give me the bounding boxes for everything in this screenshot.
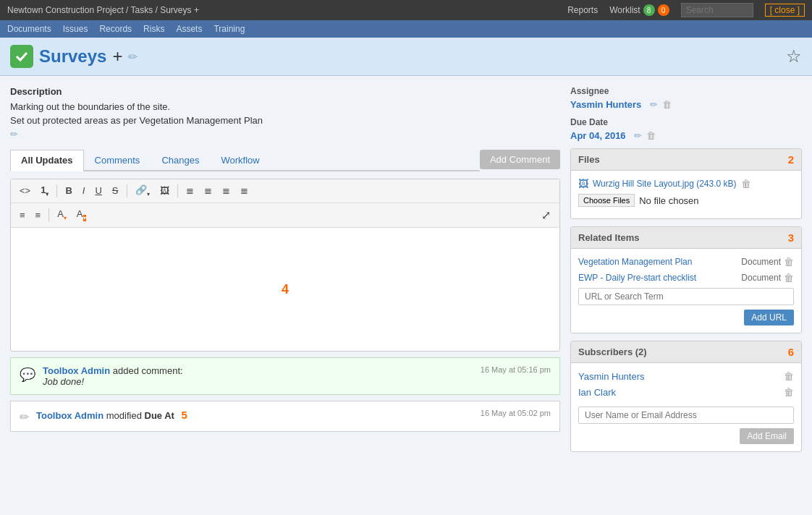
assignee-label: Assignee xyxy=(570,86,802,96)
assignee-delete-icon[interactable]: 🗑 xyxy=(662,99,672,110)
activity-time-2: 16 May at 05:02 pm xyxy=(481,409,551,417)
due-date-delete-icon[interactable]: 🗑 xyxy=(646,130,656,141)
description-section: Description Marking out the boundaries o… xyxy=(10,86,560,140)
related-panel-body: Vegetation Management Plan Document 🗑 EW… xyxy=(571,249,801,333)
tab-all-updates[interactable]: All Updates xyxy=(10,150,84,171)
assignee-actions: ✏ 🗑 xyxy=(650,99,672,110)
activity-comment-row: Toolbox Admin added comment: 16 May at 0… xyxy=(43,365,551,376)
close-button[interactable]: [ close ] xyxy=(765,4,805,17)
toolbar-sep-2 xyxy=(127,184,127,197)
add-url-button[interactable]: Add URL xyxy=(744,310,794,325)
toolbar-underline-btn[interactable]: U xyxy=(90,183,106,198)
left-panel: Description Marking out the boundaries o… xyxy=(10,86,560,459)
subscriber-link-2[interactable]: Ian Clark xyxy=(578,387,616,398)
related-link-2[interactable]: EWP - Daily Pre-start checklist xyxy=(578,273,696,283)
toolbar-align-right-btn[interactable]: ≣ xyxy=(218,183,234,198)
editor-area[interactable]: 4 xyxy=(11,228,559,351)
add-comment-button[interactable]: Add Comment xyxy=(480,150,560,169)
toolbar-ul-btn[interactable]: ≡ xyxy=(15,208,30,223)
description-edit-icon[interactable]: ✏ xyxy=(10,129,18,140)
files-label: Files xyxy=(578,154,600,165)
page-header: Surveys + ✏ ☆ xyxy=(0,38,812,76)
activity-user-2[interactable]: Toolbox Admin xyxy=(36,410,103,421)
editor-toolbar: <> 1▾ B I U S 🔗▾ 🖼 ≣ ≣ ≣ ≣ xyxy=(11,179,559,203)
subscribers-count: 6 xyxy=(788,346,794,358)
activity-user-1[interactable]: Toolbox Admin xyxy=(43,365,110,376)
check-icon xyxy=(10,45,33,68)
tab-changes[interactable]: Changes xyxy=(151,150,210,170)
toolbar-align-justify-btn[interactable]: ≣ xyxy=(236,183,253,198)
edit-title-pencil-icon[interactable]: ✏ xyxy=(128,50,138,64)
nav-issues[interactable]: Issues xyxy=(63,24,88,34)
related-count: 3 xyxy=(788,231,794,244)
toolbar-bgcolor-btn[interactable]: A▾ xyxy=(72,206,90,224)
due-date-edit-icon[interactable]: ✏ xyxy=(634,130,642,141)
related-link-1[interactable]: Vegetation Management Plan xyxy=(578,257,692,267)
toolbar-align-left-btn[interactable]: ≣ xyxy=(182,183,198,198)
toolbar-strikethrough-btn[interactable]: S xyxy=(108,183,123,198)
main-content: Description Marking out the boundaries o… xyxy=(0,76,812,469)
star-button[interactable]: ☆ xyxy=(786,46,802,67)
add-email-button[interactable]: Add Email xyxy=(740,428,794,444)
toolbar-expand-btn[interactable]: ⤢ xyxy=(537,206,555,224)
nav-assets[interactable]: Assets xyxy=(176,24,202,34)
toolbar-bold-btn[interactable]: B xyxy=(61,183,76,198)
editor-toolbar-2: ≡ ≡ A▾ A▾ ⤢ xyxy=(11,203,559,228)
tab-workflow[interactable]: Workflow xyxy=(210,150,270,170)
nav-risks[interactable]: Risks xyxy=(143,24,164,34)
due-date-value: Apr 04, 2016 xyxy=(570,130,626,141)
nav-training[interactable]: Training xyxy=(213,24,245,34)
activity-body-1: Job done! xyxy=(43,376,551,387)
subscribers-panel-body: Yasmin Hunters 🗑 Ian Clark 🗑 Add Email xyxy=(571,363,801,451)
due-date-actions: ✏ 🗑 xyxy=(634,130,656,141)
url-input[interactable] xyxy=(578,288,794,305)
related-type-label-1: Document xyxy=(741,257,781,267)
subscriber-delete-icon-1[interactable]: 🗑 xyxy=(784,370,794,382)
toolbar-link-btn[interactable]: 🔗▾ xyxy=(131,182,154,200)
activity-comment-content: Toolbox Admin added comment: 16 May at 0… xyxy=(43,365,551,387)
subscribers-panel: Subscribers (2) 6 Yasmin Hunters 🗑 Ian C… xyxy=(570,341,802,452)
related-panel-header: Related Items 3 xyxy=(571,227,801,249)
activity-item-comment: 💬 Toolbox Admin added comment: 16 May at… xyxy=(10,357,560,395)
file-delete-icon-1[interactable]: 🗑 xyxy=(741,178,751,190)
related-label: Related Items xyxy=(578,232,640,243)
toolbar-fontcolor-btn[interactable]: A▾ xyxy=(53,206,71,224)
nav-documents[interactable]: Documents xyxy=(7,24,51,34)
right-panel: Assignee Yasmin Hunters ✏ 🗑 Due Date Apr… xyxy=(570,86,802,459)
activity-item-change: ✏ Toolbox Admin modified Due At 5 16 May… xyxy=(10,401,560,432)
nav-reports[interactable]: Reports xyxy=(567,5,598,15)
toolbar-image-btn[interactable]: 🖼 xyxy=(156,183,174,198)
related-delete-icon-2[interactable]: 🗑 xyxy=(784,272,794,284)
toolbar-align-center-btn[interactable]: ≣ xyxy=(200,183,216,198)
related-delete-icon-1[interactable]: 🗑 xyxy=(784,256,794,268)
subscriber-delete-icon-2[interactable]: 🗑 xyxy=(784,386,794,398)
worklist-link[interactable]: Worklist xyxy=(609,5,640,15)
due-date-label: Due Date xyxy=(570,117,802,127)
file-choose-area: Choose Files No file chosen xyxy=(578,194,794,207)
toolbar-ol-btn[interactable]: ≡ xyxy=(31,208,46,223)
files-panel: Files 2 🖼 Wurzig Hill Site Layout.jpg (2… xyxy=(570,148,802,219)
subscriber-link-1[interactable]: Yasmin Hunters xyxy=(578,371,645,382)
worklist[interactable]: Worklist 8 0 xyxy=(609,4,669,16)
description-line1: Marking out the boundaries of the site. xyxy=(10,101,560,112)
nav-records[interactable]: Records xyxy=(99,24,132,34)
toolbar-code-btn[interactable]: <> xyxy=(15,183,35,198)
search-input[interactable] xyxy=(681,3,753,17)
page-header-left: Surveys + ✏ xyxy=(10,45,138,68)
tab-comments[interactable]: Comments xyxy=(84,150,151,170)
activity-feed: 💬 Toolbox Admin added comment: 16 May at… xyxy=(10,357,560,432)
tabs-container: All Updates Comments Changes Workflow xyxy=(10,150,480,171)
worklist-badge-orange: 0 xyxy=(658,4,669,16)
activity-change-text: Toolbox Admin modified Due At 5 xyxy=(36,409,187,421)
email-input[interactable] xyxy=(578,407,794,424)
subscribers-label: Subscribers (2) xyxy=(578,346,647,357)
file-link-1[interactable]: Wurzig Hill Site Layout.jpg (243.0 kB) xyxy=(593,179,737,189)
assignee-edit-icon[interactable]: ✏ xyxy=(650,99,658,110)
choose-files-button[interactable]: Choose Files xyxy=(578,194,635,207)
toolbar-h1-btn[interactable]: 1▾ xyxy=(36,182,53,200)
activity-change-content: Toolbox Admin modified Due At 5 16 May a… xyxy=(36,409,551,421)
file-item-1: 🖼 Wurzig Hill Site Layout.jpg (243.0 kB)… xyxy=(578,178,794,190)
toolbar-italic-btn[interactable]: I xyxy=(78,183,90,198)
editor-container: <> 1▾ B I U S 🔗▾ 🖼 ≣ ≣ ≣ ≣ ≡ ≡ A▾ xyxy=(10,179,560,352)
file-icon-1: 🖼 xyxy=(578,178,588,190)
